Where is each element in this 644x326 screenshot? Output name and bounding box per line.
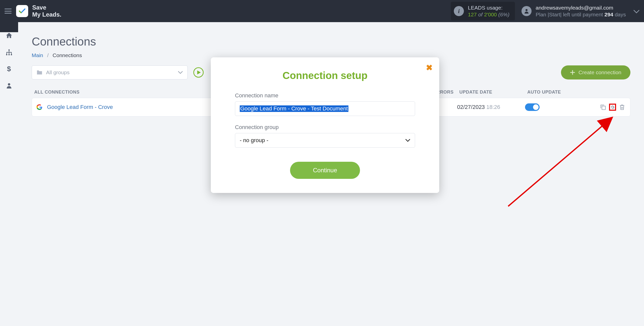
chevron-down-icon xyxy=(178,71,183,74)
account-email: andrewsavemyleads@gmail.com xyxy=(536,4,626,11)
svg-text:$: $ xyxy=(7,65,11,72)
connection-name[interactable]: Google Lead Form - Crove xyxy=(47,104,113,110)
create-connection-button[interactable]: Create connection xyxy=(561,65,630,79)
topbar: Save My Leads. i LEADS usage: 127 of 2'0… xyxy=(0,0,644,22)
google-icon xyxy=(36,104,43,110)
svg-rect-8 xyxy=(602,106,606,110)
connection-name-input[interactable]: Google Lead Form - Crove - Test Document xyxy=(235,101,415,116)
annotation-arrow xyxy=(503,106,624,211)
account-plan: Plan |Start| left until payment 294 days xyxy=(536,11,626,18)
modal-title: Connection setup xyxy=(235,70,415,81)
col-header-date: UPDATE DATE xyxy=(459,90,527,95)
brand-name: Save My Leads. xyxy=(32,4,61,18)
svg-line-9 xyxy=(508,118,611,206)
page-content: Connections Main / Connections All group… xyxy=(18,22,644,47)
groups-select[interactable]: All groups xyxy=(32,65,188,79)
connection-group-value: - no group - xyxy=(240,137,268,144)
close-icon[interactable]: ✖ xyxy=(426,63,433,72)
svg-rect-3 xyxy=(9,54,10,55)
account-widget[interactable]: andrewsavemyleads@gmail.com Plan |Start|… xyxy=(521,4,639,18)
connection-setup-modal: ✖ Connection setup Connection name Googl… xyxy=(211,57,439,193)
chevron-down-icon[interactable] xyxy=(633,7,639,15)
connection-name-label: Connection name xyxy=(235,92,415,99)
checkmark-icon xyxy=(18,8,26,14)
folder-icon xyxy=(36,70,43,75)
usage-value: 127 of 2'000 (6%) xyxy=(468,11,509,18)
usage-label: LEADS usage: xyxy=(468,4,509,11)
svg-rect-2 xyxy=(6,54,7,55)
play-icon xyxy=(193,67,204,78)
hamburger-menu-icon[interactable] xyxy=(5,9,12,14)
connection-name-value: Google Lead Form - Crove - Test Document xyxy=(240,105,348,112)
svg-rect-4 xyxy=(11,54,12,55)
run-all-button[interactable] xyxy=(193,67,204,78)
connection-group-select[interactable]: - no group - xyxy=(235,133,415,148)
svg-point-6 xyxy=(8,83,10,86)
auto-update-toggle[interactable] xyxy=(525,103,540,111)
plus-icon xyxy=(570,70,575,75)
breadcrumb-main[interactable]: Main xyxy=(32,52,43,58)
breadcrumb-current: Connections xyxy=(53,52,82,58)
col-header-auto: AUTO UPDATE xyxy=(527,90,585,95)
info-icon: i xyxy=(454,6,464,16)
usage-widget: i LEADS usage: 127 of 2'000 (6%) xyxy=(451,2,515,21)
chevron-down-icon xyxy=(405,139,410,142)
sidebar-home-icon[interactable] xyxy=(4,32,14,39)
delete-icon[interactable] xyxy=(619,104,626,111)
page-title: Connections xyxy=(32,35,630,48)
sidebar-account-icon[interactable] xyxy=(4,82,14,89)
sidebar: $ xyxy=(0,22,18,32)
update-date: 02/27/2023 18:26 xyxy=(457,104,525,110)
avatar-icon xyxy=(521,6,532,16)
settings-icon[interactable] xyxy=(609,104,616,111)
create-connection-label: Create connection xyxy=(579,69,621,75)
sidebar-billing-icon[interactable]: $ xyxy=(4,65,14,72)
svg-point-0 xyxy=(526,9,528,11)
app-logo[interactable] xyxy=(16,5,28,17)
copy-icon[interactable] xyxy=(599,104,607,111)
svg-rect-1 xyxy=(9,49,10,51)
continue-button[interactable]: Continue xyxy=(290,162,360,179)
sidebar-connections-icon[interactable] xyxy=(4,49,14,56)
connection-group-label: Connection group xyxy=(235,124,415,131)
groups-select-label: All groups xyxy=(46,69,69,75)
